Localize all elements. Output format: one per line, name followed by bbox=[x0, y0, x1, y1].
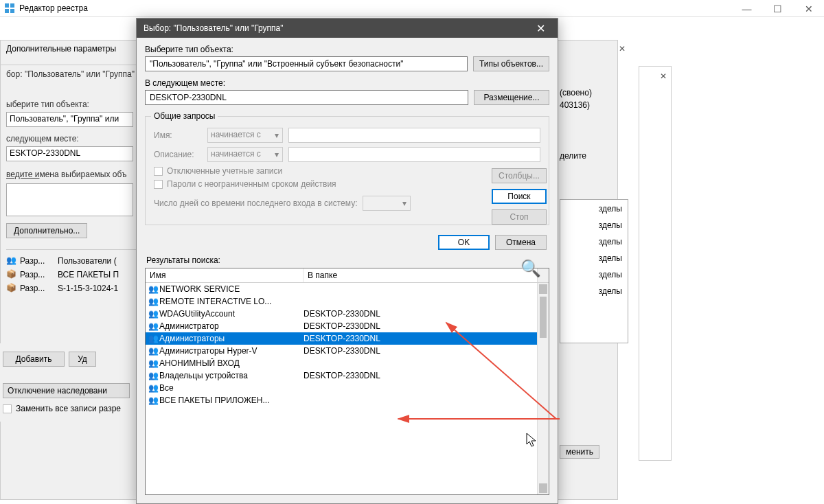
result-row[interactable]: 👥Владельцы устройстваDESKTOP-2330DNL bbox=[146, 369, 537, 382]
result-row[interactable]: 👥АдминистраторыDESKTOP-2330DNL bbox=[146, 332, 537, 345]
object-type-input[interactable]: "Пользователь", "Группа" или "Встроенный… bbox=[145, 56, 468, 71]
result-row[interactable]: 👥Администраторы Hyper-VDESKTOP-2330DNL bbox=[146, 345, 537, 357]
search-button[interactable]: Поиск bbox=[492, 189, 547, 204]
result-folder: DESKTOP-2330DNL bbox=[304, 371, 536, 380]
result-row[interactable]: 👥ВСЕ ПАКЕТЫ ПРИЛОЖЕН... bbox=[146, 394, 537, 406]
scroll-thumb[interactable] bbox=[540, 297, 547, 338]
label-desc: Описание: bbox=[154, 150, 202, 159]
group-icon: 👥 bbox=[147, 396, 159, 405]
group-icon: 👥 bbox=[147, 383, 159, 393]
result-name: REMOTE INTERACTIVE LO... bbox=[159, 297, 304, 306]
apply-button-fragment[interactable]: менить bbox=[560, 445, 599, 459]
result-row[interactable]: 👥REMOTE INTERACTIVE LO... bbox=[146, 295, 537, 308]
result-name: Администраторы bbox=[159, 334, 304, 343]
group-icon: 👥 bbox=[147, 309, 159, 319]
svg-rect-1 bbox=[10, 3, 14, 8]
group-icon: 👥 bbox=[147, 321, 159, 331]
bg-add-button[interactable]: Добавить bbox=[3, 352, 65, 367]
cancel-button[interactable]: Отмена bbox=[495, 235, 547, 250]
result-row[interactable]: 👥Все bbox=[146, 382, 537, 394]
results-body[interactable]: 👥NETWORK SERVICE👥REMOTE INTERACTIVE LO..… bbox=[146, 283, 537, 494]
bg-close-x-2[interactable]: ✕ bbox=[656, 69, 671, 84]
frag-line1: (своено) bbox=[560, 88, 592, 98]
result-name: Администратор bbox=[159, 321, 304, 331]
result-folder: DESKTOP-2330DNL bbox=[304, 334, 536, 343]
groupbox-title: Общие запросы bbox=[151, 111, 218, 121]
nonexpiring-pw-checkbox bbox=[154, 180, 163, 189]
result-row[interactable]: 👥NETWORK SERVICE bbox=[146, 283, 537, 295]
scroll-down-icon[interactable] bbox=[539, 483, 547, 493]
svg-rect-0 bbox=[5, 3, 9, 8]
group-icon: 👥 bbox=[147, 334, 159, 343]
right-panel-fragments: (своено) 403136) делите bbox=[560, 69, 592, 163]
frag-item: зделы bbox=[563, 237, 625, 247]
bg-lower-controls: Добавить Уд Отключение наследовани Замен… bbox=[0, 343, 137, 422]
col-header-folder[interactable]: В папке bbox=[304, 268, 537, 282]
disabled-accounts-label: Отключенные учетные записи bbox=[167, 166, 282, 176]
name-input bbox=[288, 128, 540, 143]
scrollbar-vertical[interactable] bbox=[537, 283, 549, 494]
bg-loc-input[interactable]: ESKTOP-2330DNL bbox=[6, 146, 133, 161]
common-queries-groupbox: Общие запросы Имя: начинается с Описание… bbox=[145, 116, 549, 225]
result-row[interactable]: 👥АНОНИМНЫЙ ВХОД bbox=[146, 357, 537, 369]
bg-names-input[interactable] bbox=[6, 183, 133, 216]
columns-button[interactable]: Столбцы... bbox=[492, 168, 547, 183]
col-header-name[interactable]: Имя bbox=[146, 268, 304, 282]
right-panel-listbox: зделы зделы зделы зделы зделы зделы bbox=[560, 199, 628, 343]
group-icon: 👥 bbox=[147, 284, 159, 294]
bg-type-input[interactable]: Пользователь", "Группа" или bbox=[6, 112, 133, 127]
bg-window-edge bbox=[639, 66, 672, 461]
replace-all-checkbox[interactable] bbox=[3, 404, 12, 413]
cursor-icon bbox=[526, 433, 538, 451]
desc-condition-select: начинается с bbox=[207, 147, 283, 162]
magnifier-icon: 🔍 bbox=[520, 259, 541, 278]
user-icon: 👥 bbox=[6, 255, 17, 266]
bg-additional-button[interactable]: Дополнительно... bbox=[6, 223, 87, 238]
main-window-title: Редактор реестра bbox=[19, 3, 88, 13]
location-input[interactable]: DESKTOP-2330DNL bbox=[145, 90, 468, 105]
results-listbox: Имя В папке 👥NETWORK SERVICE👥REMOTE INTE… bbox=[145, 268, 549, 495]
svg-rect-3 bbox=[10, 9, 14, 13]
select-user-group-dialog: Выбор: "Пользователь" или "Группа" ✕ Выб… bbox=[136, 18, 558, 504]
svg-rect-2 bbox=[5, 9, 9, 13]
result-row[interactable]: 👥АдминистраторDESKTOP-2330DNL bbox=[146, 320, 537, 332]
frag-item: зделы bbox=[563, 253, 625, 263]
bg-disable-inherit-button[interactable]: Отключение наследовани bbox=[3, 383, 130, 398]
frag-item: зделы bbox=[563, 204, 625, 214]
result-row[interactable]: 👥WDAGUtilityAccountDESKTOP-2330DNL bbox=[146, 308, 537, 320]
desc-input bbox=[288, 147, 540, 162]
dialog-titlebar[interactable]: Выбор: "Пользователь" или "Группа" ✕ bbox=[137, 19, 558, 38]
scroll-up-icon[interactable] bbox=[539, 284, 547, 294]
result-name: АНОНИМНЫЙ ВХОД bbox=[159, 358, 304, 368]
stop-button[interactable]: Стоп bbox=[492, 209, 547, 225]
maximize-button[interactable]: ☐ bbox=[762, 0, 793, 17]
bg-remove-button[interactable]: Уд bbox=[69, 352, 96, 367]
result-folder: DESKTOP-2330DNL bbox=[304, 321, 536, 331]
dialog-title: Выбор: "Пользователь" или "Группа" bbox=[144, 23, 284, 33]
label-results: Результаты поиска: bbox=[137, 255, 558, 268]
group-icon: 👥 bbox=[147, 297, 159, 306]
object-types-button[interactable]: Типы объектов... bbox=[473, 56, 549, 71]
dialog-close-button[interactable]: ✕ bbox=[530, 21, 551, 35]
location-button[interactable]: Размещение... bbox=[474, 90, 549, 105]
package-icon: 📦 bbox=[6, 283, 17, 294]
group-icon: 👥 bbox=[147, 358, 159, 368]
label-name: Имя: bbox=[154, 130, 202, 140]
disabled-accounts-checkbox bbox=[154, 167, 163, 176]
package-icon: 📦 bbox=[6, 269, 17, 280]
result-name: Администраторы Hyper-V bbox=[159, 346, 304, 356]
bg-close-x[interactable]: ✕ bbox=[615, 41, 630, 56]
days-select bbox=[363, 196, 411, 211]
frag-item: зделы bbox=[563, 286, 625, 296]
label-days: Число дней со времени последнего входа в… bbox=[154, 198, 357, 208]
result-name: Владельцы устройства bbox=[159, 371, 304, 380]
main-window-titlebar: Редактор реестра — ☐ ✕ bbox=[0, 0, 824, 17]
result-name: Все bbox=[159, 383, 304, 393]
close-button[interactable]: ✕ bbox=[793, 0, 824, 17]
nonexpiring-pw-label: Пароли с неограниченным сроком действия bbox=[167, 179, 336, 189]
group-icon: 👥 bbox=[147, 346, 159, 356]
ok-button[interactable]: OK bbox=[438, 235, 490, 250]
minimize-button[interactable]: — bbox=[731, 0, 762, 17]
frag-line2: 403136) bbox=[560, 100, 592, 110]
result-folder: DESKTOP-2330DNL bbox=[304, 309, 536, 319]
